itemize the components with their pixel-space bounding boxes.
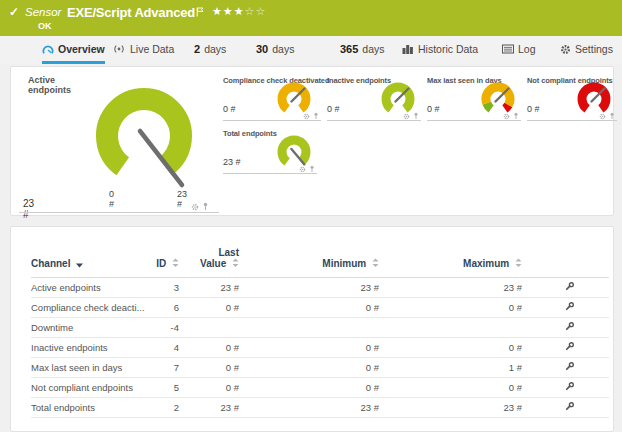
- active-endpoints-gauge: [89, 81, 199, 191]
- channel-id: 4: [149, 338, 179, 358]
- tab-number: 365: [340, 43, 358, 55]
- panel-divider: [223, 120, 321, 121]
- table-row: Active endpoints 3 23 # 23 # 23 #: [31, 278, 609, 298]
- pin-icon[interactable]: [309, 165, 315, 173]
- gear-icon[interactable]: [599, 113, 606, 120]
- column-header-id[interactable]: ID: [149, 233, 179, 278]
- sensor-status-bar: ✓ Sensor EXE/Script Advanced ★★★☆☆ OK: [0, 0, 622, 36]
- panel-divider: [427, 120, 521, 121]
- tab-30-days[interactable]: 30 days: [256, 37, 294, 61]
- gear-icon[interactable]: [303, 113, 310, 120]
- channel-id: 3: [149, 278, 179, 298]
- gear-icon: [560, 44, 571, 55]
- column-label: ID: [156, 258, 166, 269]
- gauge-panel-inactive-endpoints: Inactive endpoints 0 #: [327, 76, 423, 124]
- minimum-value: 0 #: [239, 378, 379, 398]
- channel-name: Downtime: [31, 318, 149, 338]
- maximum-value: [379, 318, 522, 338]
- table-row: Inactive endpoints 4 0 # 0 # 0 #: [31, 338, 609, 358]
- channel-id: 2: [149, 398, 179, 418]
- tab-live-data[interactable]: Live Data: [112, 37, 174, 61]
- column-header-channel[interactable]: Channel: [31, 233, 149, 278]
- channel-id: 7: [149, 358, 179, 378]
- tab-label: Historic Data: [418, 43, 478, 55]
- tab-label: days: [204, 43, 226, 55]
- pin-icon[interactable]: [609, 112, 615, 120]
- channel-name: Active endpoints: [31, 278, 149, 298]
- column-header-maximum[interactable]: Maximum: [379, 233, 522, 278]
- pin-icon[interactable]: [202, 202, 209, 211]
- sort-desc-icon: [76, 263, 83, 268]
- table-row: Max last seen in days 7 0 # 0 # 1 #: [31, 358, 609, 378]
- log-list-icon: [502, 44, 514, 54]
- channel-id: 6: [149, 298, 179, 318]
- maximum-value: 23 #: [379, 398, 522, 418]
- gear-icon[interactable]: [403, 113, 410, 120]
- column-header-minimum[interactable]: Minimum: [239, 233, 379, 278]
- tab-number: 30: [256, 43, 268, 55]
- pin-icon[interactable]: [513, 112, 519, 120]
- priority-stars[interactable]: ★★★☆☆: [212, 5, 266, 18]
- gauge-panel-compliance-check-deactivated: Compliance check deactivated 0 #: [223, 76, 323, 124]
- tab-settings[interactable]: Settings: [560, 37, 613, 61]
- live-signal-icon: [112, 44, 126, 54]
- tab-2-days[interactable]: 2 days: [194, 37, 226, 61]
- gauge-icon: [42, 44, 54, 55]
- minimum-value: 23 #: [239, 278, 379, 298]
- gauge-title: Active endpoints: [28, 75, 71, 95]
- maximum-value: 0 #: [379, 338, 522, 358]
- sort-icon: [232, 258, 239, 268]
- gear-icon[interactable]: [299, 166, 306, 173]
- table-row: Compliance check deacti... 6 0 # 0 # 0 #: [31, 298, 609, 318]
- channel-name: Inactive endpoints: [31, 338, 149, 358]
- column-header-last-value[interactable]: Last Value: [179, 233, 239, 278]
- edit-channel-wrench-icon[interactable]: [564, 361, 575, 372]
- edit-channel-wrench-icon[interactable]: [564, 321, 575, 332]
- channel-id: -4: [149, 318, 179, 338]
- last-value: 0 #: [179, 338, 239, 358]
- channel-name: Not compliant endpoints: [31, 378, 149, 398]
- sort-icon: [172, 258, 179, 268]
- gauge-panel-total-endpoints: Total endpoints 23 #: [223, 129, 319, 177]
- table-header-row: Channel ID Last Value Minimum Maxi: [31, 233, 609, 278]
- object-kind-label: Sensor: [25, 6, 61, 18]
- gear-icon[interactable]: [503, 113, 510, 120]
- stars-filled: ★★★: [212, 5, 245, 17]
- pin-icon[interactable]: [313, 112, 319, 120]
- overview-gauges-card: Active endpoints 0 # 23 # 23 # Complianc…: [10, 66, 614, 216]
- tab-label: days: [272, 43, 294, 55]
- tab-label: days: [362, 43, 384, 55]
- tab-overview[interactable]: Overview: [42, 37, 105, 64]
- channel-name: Total endpoints: [31, 398, 149, 418]
- last-value: 23 #: [179, 278, 239, 298]
- maximum-value: 23 #: [379, 278, 522, 298]
- panel-divider: [527, 120, 617, 121]
- gauge-current-value: 0 #: [223, 104, 236, 114]
- gauge-current-value: 0 #: [327, 104, 340, 114]
- tab-365-days[interactable]: 365 days: [340, 37, 385, 61]
- channels-table: Channel ID Last Value Minimum Maxi: [31, 233, 609, 418]
- maximum-value: 1 #: [379, 358, 522, 378]
- edit-channel-wrench-icon[interactable]: [564, 341, 575, 352]
- priority-flag-icon[interactable]: [196, 3, 204, 21]
- column-label: Channel: [31, 258, 70, 269]
- gauge-panel-max-last-seen: Max last seen in days 0 #: [427, 76, 523, 124]
- edit-channel-wrench-icon[interactable]: [564, 381, 575, 392]
- tab-historic-data[interactable]: Historic Data: [402, 37, 478, 61]
- panel-divider: [19, 212, 219, 213]
- channel-name: Compliance check deacti...: [31, 298, 149, 318]
- pin-icon[interactable]: [413, 112, 419, 120]
- gauge-current-value: 0 #: [427, 104, 440, 114]
- gear-icon[interactable]: [191, 203, 199, 211]
- edit-channel-wrench-icon[interactable]: [564, 281, 575, 292]
- edit-channel-wrench-icon[interactable]: [564, 301, 575, 312]
- gauge-panel-not-compliant: Not compliant endpoints 0 #: [527, 76, 619, 124]
- last-value: 0 #: [179, 298, 239, 318]
- minimum-value: 0 #: [239, 298, 379, 318]
- bar-chart-icon: [402, 44, 414, 54]
- tab-log[interactable]: Log: [502, 37, 536, 61]
- edit-channel-wrench-icon[interactable]: [564, 401, 575, 412]
- stars-empty: ☆☆: [245, 5, 267, 17]
- minimum-value: 23 #: [239, 398, 379, 418]
- sort-icon: [515, 258, 522, 268]
